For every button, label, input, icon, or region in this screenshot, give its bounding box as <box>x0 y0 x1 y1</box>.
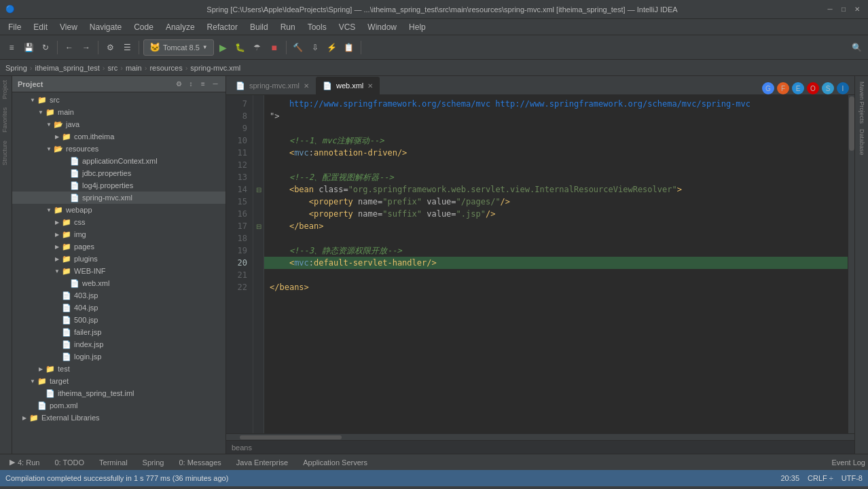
project-gear-icon[interactable]: ≡ <box>198 79 208 89</box>
tab-springmvc-xml[interactable]: 📄 spring-mvc.xml ✕ <box>229 77 316 94</box>
tree-item-test[interactable]: ▶ 📁 test <box>12 363 225 375</box>
database-label[interactable]: Database <box>857 126 867 158</box>
tree-item-log4j[interactable]: ▶ 📄 log4j.properties <box>12 179 225 192</box>
menu-edit[interactable]: Edit <box>28 21 53 33</box>
menu-analyze[interactable]: Analyze <box>160 21 200 33</box>
fold-17-icon[interactable]: ⊟ <box>253 220 264 232</box>
toolbar-back[interactable]: ← <box>62 40 77 55</box>
bc-spring[interactable]: Spring <box>5 64 27 72</box>
menu-vcs[interactable]: VCS <box>333 21 361 33</box>
bc-springmvc[interactable]: spring-mvc.xml <box>190 64 240 72</box>
tree-item-appctx[interactable]: ▶ 📄 applicationContext.xml <box>12 155 225 167</box>
scrollbar-thumb[interactable] <box>849 96 854 151</box>
tree-item-iml[interactable]: ▶ 📄 itheima_spring_test.iml <box>12 387 225 399</box>
status-crlf[interactable]: CRLF ÷ <box>808 474 833 482</box>
tree-item-src[interactable]: ▼ 📁 src <box>12 94 225 106</box>
tree-item-java[interactable]: ▼ 📂 java <box>12 118 225 130</box>
coverage-button[interactable]: ☂ <box>250 40 265 55</box>
minimize-button[interactable]: ─ <box>825 4 835 15</box>
menu-help[interactable]: Help <box>403 21 431 33</box>
tree-item-img[interactable]: ▶ 📁 img <box>12 228 225 240</box>
code-content[interactable]: http://www.springframework.org/schema/mv… <box>264 95 848 433</box>
menu-build[interactable]: Build <box>245 21 274 33</box>
firefox-icon[interactable]: F <box>777 82 789 94</box>
tree-item-500[interactable]: ▶ 📄 500.jsp <box>12 314 225 326</box>
project-sort-icon[interactable]: ↕ <box>186 79 196 89</box>
menu-window[interactable]: Window <box>362 21 402 33</box>
bottom-tab-javaent[interactable]: Java Enterprise <box>230 457 295 468</box>
bc-resources[interactable]: resources <box>149 64 182 72</box>
toolbar-btn-2[interactable]: 💾 <box>21 40 36 55</box>
toolbar-settings[interactable]: ⚙ <box>103 40 117 55</box>
tomcat-selector[interactable]: 🐱 Tomcat 8.5 ▼ <box>143 39 214 56</box>
debug-button[interactable]: 🐛 <box>233 40 248 55</box>
tree-item-target[interactable]: ▼ 📁 target <box>12 375 225 387</box>
project-side-label[interactable]: Project <box>0 76 12 103</box>
tree-item-jdbc[interactable]: ▶ 📄 jdbc.properties <box>12 167 225 179</box>
maven-projects-label[interactable]: Maven Projects <box>857 79 867 126</box>
tree-item-comitheima[interactable]: ▶ 📁 com.itheima <box>12 130 225 143</box>
tree-item-css[interactable]: ▶ 📁 css <box>12 216 225 228</box>
menu-refactor[interactable]: Refactor <box>202 21 243 33</box>
status-charset[interactable]: UTF-8 <box>842 474 863 482</box>
bc-src[interactable]: src <box>108 64 118 72</box>
toolbar-btn-c[interactable]: ⚡ <box>325 40 340 55</box>
stop-button[interactable]: ■ <box>267 40 282 55</box>
tree-item-springmvc[interactable]: ▶ 📄 spring-mvc.xml <box>12 192 225 204</box>
fold-14-icon[interactable]: ⊟ <box>253 183 264 196</box>
tree-item-index[interactable]: ▶ 📄 index.jsp <box>12 338 225 350</box>
tab-webxml-close[interactable]: ✕ <box>367 82 373 90</box>
tab-springmvc-close[interactable]: ✕ <box>304 82 309 90</box>
run-button[interactable]: ▶ <box>216 40 231 55</box>
bc-main[interactable]: main <box>126 64 142 72</box>
toolbar-sync[interactable]: ↻ <box>38 40 53 55</box>
tree-item-404[interactable]: ▶ 📄 404.jsp <box>12 302 225 314</box>
toolbar-forward[interactable]: → <box>79 40 94 55</box>
tree-item-extlibs[interactable]: ▶ 📁 External Libraries <box>12 412 225 424</box>
ie-edge-icon[interactable]: E <box>792 82 804 94</box>
tree-item-main[interactable]: ▼ 📁 main <box>12 106 225 118</box>
toolbar-btn-1[interactable]: ≡ <box>4 40 19 55</box>
hscroll-thumb[interactable] <box>240 435 342 439</box>
menu-view[interactable]: View <box>54 21 83 33</box>
status-line-col[interactable]: 20:35 <box>780 474 799 482</box>
toolbar-btn-d[interactable]: 📋 <box>342 40 357 55</box>
tree-item-webinf[interactable]: ▼ 📁 WEB-INF <box>12 265 225 277</box>
tree-item-failer[interactable]: ▶ 📄 failer.jsp <box>12 326 225 338</box>
tree-item-403[interactable]: ▶ 📄 403.jsp <box>12 289 225 302</box>
chrome-icon[interactable]: G <box>762 82 774 94</box>
bottom-tab-messages[interactable]: 0: Messages <box>172 457 228 468</box>
favorites-side-label[interactable]: Favorites <box>0 103 12 137</box>
menu-run[interactable]: Run <box>275 21 301 33</box>
bc-itheima[interactable]: itheima_spring_test <box>35 64 99 72</box>
toolbar-btn-a[interactable]: 🔨 <box>291 40 306 55</box>
bottom-tab-appservers[interactable]: Application Servers <box>296 457 374 468</box>
close-button[interactable]: ✕ <box>852 4 863 15</box>
tree-item-login[interactable]: ▶ 📄 login.jsp <box>12 350 225 363</box>
menu-tools[interactable]: Tools <box>302 21 332 33</box>
bottom-tab-todo[interactable]: 0: TODO <box>48 457 91 468</box>
menu-code[interactable]: Code <box>128 21 159 33</box>
bottom-tab-spring[interactable]: Spring <box>136 457 171 468</box>
search-everywhere-button[interactable]: 🔍 <box>849 40 864 55</box>
project-sync-icon[interactable]: ⚙ <box>174 79 183 89</box>
event-log-label[interactable]: Event Log <box>831 458 865 467</box>
menu-file[interactable]: File <box>3 21 26 33</box>
bottom-tab-run[interactable]: ▶ 4: Run <box>3 456 46 468</box>
tree-item-plugins[interactable]: ▶ 📁 plugins <box>12 253 225 265</box>
safari-icon[interactable]: S <box>822 82 834 94</box>
maximize-button[interactable]: □ <box>838 4 849 15</box>
tree-item-webxml[interactable]: ▶ 📄 web.xml <box>12 277 225 289</box>
editor-scrollbar[interactable] <box>848 95 854 433</box>
menu-navigate[interactable]: Navigate <box>84 21 127 33</box>
bottom-tab-terminal[interactable]: Terminal <box>92 457 134 468</box>
project-minimize-icon[interactable]: ─ <box>211 79 220 89</box>
structure-side-label[interactable]: Structure <box>0 137 12 170</box>
tree-item-pom[interactable]: ▶ 📄 pom.xml <box>12 399 225 412</box>
ie-icon[interactable]: I <box>837 82 849 94</box>
toolbar-btn-b[interactable]: ⇩ <box>308 40 323 55</box>
tree-item-webapp[interactable]: ▼ 📁 webapp <box>12 204 225 216</box>
opera-icon[interactable]: O <box>807 82 819 94</box>
toolbar-btn-5[interactable]: ☰ <box>120 40 134 55</box>
tree-item-pages[interactable]: ▶ 📁 pages <box>12 240 225 253</box>
